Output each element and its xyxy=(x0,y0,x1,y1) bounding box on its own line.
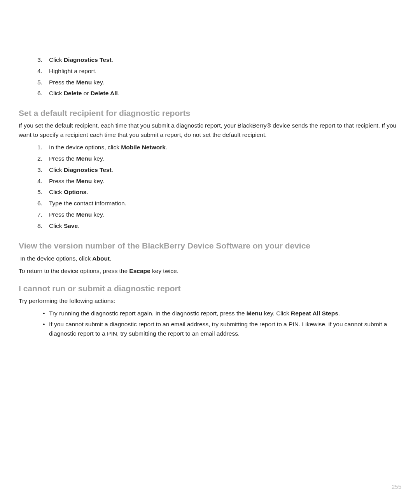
list-text: Click xyxy=(49,166,64,173)
list-number: 4. xyxy=(37,177,42,186)
text: In the device options, click xyxy=(20,255,92,262)
list-item: 6.Type the contact information. xyxy=(19,198,401,209)
list-text: Press the xyxy=(49,79,76,86)
bold-term: Repeat All Steps xyxy=(291,310,338,317)
bold-term: Delete All xyxy=(91,90,118,96)
list-text: Press the xyxy=(49,178,76,184)
list-text: Highlight a report. xyxy=(49,68,96,74)
list-number: 5. xyxy=(37,78,42,88)
list-text: If you cannot submit a diagnostic report… xyxy=(49,321,387,337)
list-item: 7.Press the Menu key. xyxy=(19,209,401,220)
bold-term: Save xyxy=(64,222,78,229)
list-item: Try running the diagnostic report again.… xyxy=(19,308,401,319)
list-text: Type the contact information. xyxy=(49,200,126,206)
list-text: key. xyxy=(92,79,104,86)
section-heading: Set a default recipient for diagnostic r… xyxy=(19,108,401,118)
page-number: 255 xyxy=(392,483,401,490)
list-number: 3. xyxy=(37,55,42,65)
bold-term: Menu xyxy=(247,310,262,317)
list-item: 3.Click Diagnostics Test. xyxy=(19,164,401,176)
list-item: 2.Press the Menu key. xyxy=(19,153,401,164)
list-text: Press the xyxy=(49,155,76,162)
list-item: 1.In the device options, click Mobile Ne… xyxy=(19,142,401,153)
steps-list-continued: 3.Click Diagnostics Test. 4.Highlight a … xyxy=(19,54,401,99)
section-intro: If you set the default recipient, each t… xyxy=(19,121,401,140)
list-text: . xyxy=(166,144,167,150)
list-item: 8.Click Save. xyxy=(19,220,401,232)
bold-term: Delete xyxy=(64,90,82,96)
steps-list: 1.In the device options, click Mobile Ne… xyxy=(19,142,401,231)
section-intro: Try performing the following actions: xyxy=(19,296,401,306)
section-heading: I cannot run or submit a diagnostic repo… xyxy=(19,284,401,293)
list-item: 4.Press the Menu key. xyxy=(19,176,401,187)
list-text: key. Click xyxy=(262,310,291,317)
text: . xyxy=(110,255,111,262)
list-text: In the device options, click xyxy=(49,144,121,150)
list-text: Try running the diagnostic report again.… xyxy=(49,310,247,317)
list-item: 5.Click Options. xyxy=(19,187,401,198)
list-number: 3. xyxy=(37,165,42,175)
text: To return to the device options, press t… xyxy=(19,268,129,274)
list-text: or xyxy=(82,90,90,96)
bold-term: Menu xyxy=(76,155,92,162)
list-item: 5.Press the Menu key. xyxy=(19,77,401,88)
list-item: 4.Highlight a report. xyxy=(19,66,401,77)
list-number: 6. xyxy=(37,89,42,98)
bold-term: Diagnostics Test xyxy=(64,56,112,63)
list-number: 2. xyxy=(37,154,42,164)
list-item: 3.Click Diagnostics Test. xyxy=(19,54,401,66)
bold-term: Mobile Network xyxy=(121,144,166,150)
list-text: Click xyxy=(49,222,64,229)
bullet-list: Try running the diagnostic report again.… xyxy=(19,308,401,339)
list-text: key. xyxy=(92,178,104,184)
list-text: . xyxy=(338,310,340,317)
bold-term: Diagnostics Test xyxy=(64,166,112,173)
bold-term: About xyxy=(92,255,110,262)
list-text: Click xyxy=(49,90,64,96)
list-text: . xyxy=(118,90,119,96)
bold-term: Options xyxy=(64,189,87,195)
list-item: 6.Click Delete or Delete All. xyxy=(19,88,401,99)
list-number: 1. xyxy=(37,143,42,152)
list-text: key. xyxy=(92,211,104,218)
body-text: In the device options, click About. xyxy=(20,254,401,264)
list-number: 8. xyxy=(37,221,42,231)
list-number: 5. xyxy=(37,187,42,197)
list-number: 6. xyxy=(37,199,42,208)
list-item: If you cannot submit a diagnostic report… xyxy=(19,319,401,339)
section-heading: View the version number of the BlackBerr… xyxy=(19,241,401,250)
bold-term: Menu xyxy=(76,178,92,184)
list-text: . xyxy=(112,166,113,173)
list-text: . xyxy=(86,189,88,195)
body-text: To return to the device options, press t… xyxy=(19,266,401,276)
list-number: 7. xyxy=(37,210,42,220)
bold-term: Menu xyxy=(76,211,92,218)
list-text: . xyxy=(112,56,113,63)
text: key twice. xyxy=(150,268,178,274)
list-number: 4. xyxy=(37,66,42,76)
list-text: Press the xyxy=(49,211,76,218)
list-text: Click xyxy=(49,189,64,195)
list-text: . xyxy=(78,222,79,229)
bold-term: Menu xyxy=(76,79,92,86)
bold-term: Escape xyxy=(129,268,150,274)
list-text: Click xyxy=(49,56,64,63)
list-text: key. xyxy=(92,155,104,162)
